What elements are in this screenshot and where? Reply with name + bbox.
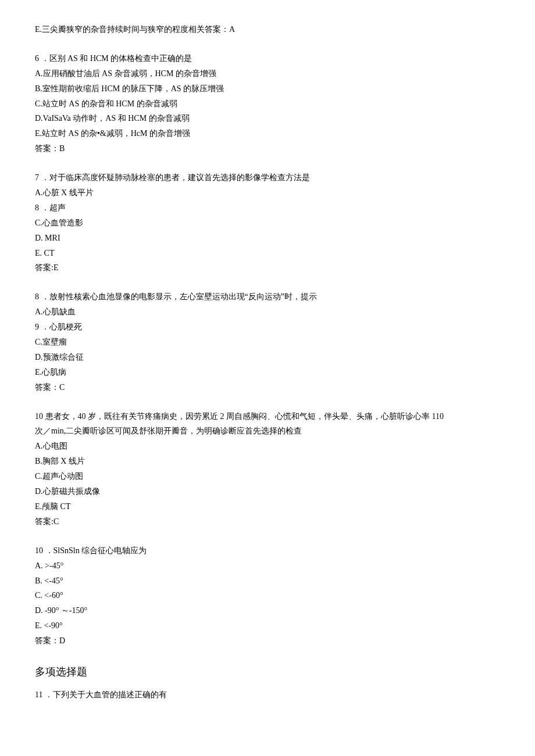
option-e: E.三尖瓣狭窄的杂音持续时间与狭窄的程度相关答案：A	[35, 22, 500, 37]
option-a: A.心脏 X 线平片	[35, 185, 500, 200]
answer: 答案：C	[35, 380, 500, 395]
option-e: E.颅脑 CT	[35, 499, 500, 514]
answer: 答案:E	[35, 260, 500, 275]
question-stem: 7 ．对于临床高度怀疑肺动脉栓塞的患者，建议首先选择的影像学检查方法是	[35, 170, 500, 185]
question-stem-line2: 次／min,二尖瓣听诊区可闻及舒张期开瓣音，为明确诊断应首先选择的检查	[35, 424, 500, 439]
option-b: 9 ．心肌梗死	[35, 320, 500, 335]
question-6: 6 ．区别 AS 和 HCM 的体格检查中正确的是 A.应用硝酸甘油后 AS 杂…	[35, 51, 500, 156]
question-11: 11 ．下列关于大血管的描述正确的有	[35, 687, 500, 703]
question-stem: 8 ．放射性核素心血池显像的电影显示，左心室壁运动出现“反向运动”时，提示	[35, 289, 500, 304]
question-stem: 6 ．区别 AS 和 HCM 的体格检查中正确的是	[35, 51, 500, 66]
option-d: D.预激综合征	[35, 350, 500, 365]
answer: 答案：B	[35, 141, 500, 156]
option-c: C.站立时 AS 的杂音和 HCM 的杂音减弱	[35, 96, 500, 112]
option-e: E.站立时 AS 的杂•&减弱，HcM 的杂音增强	[35, 126, 500, 141]
option-d: D.VaISaVa 动作时，AS 和 HCM 的杂音减弱	[35, 111, 500, 126]
option-d: D. -90° ～-150°	[35, 603, 500, 618]
question-stem: 10 ．SlSnSln 综合征心电轴应为	[35, 543, 500, 558]
question-9: 10 患者女，40 岁，既往有关节疼痛病史，因劳累近 2 周自感胸闷、心慌和气短…	[35, 409, 500, 529]
answer: 答案:C	[35, 514, 500, 529]
option-a: A. >-45°	[35, 558, 500, 574]
option-c: C.室壁瘤	[35, 335, 500, 350]
option-e: E. CT	[35, 246, 500, 261]
question-10: 10 ．SlSnSln 综合征心电轴应为 A. >-45° B. <-45° C…	[35, 543, 500, 648]
option-b: B.胸部 X 线片	[35, 454, 500, 469]
option-a: A.心肌缺血	[35, 304, 500, 320]
option-a: A.应用硝酸甘油后 AS 杂音减弱，HCM 的杂音增强	[35, 66, 500, 81]
section-title-multiple-choice: 多项选择题	[35, 662, 500, 682]
option-c: C.超声心动图	[35, 469, 500, 484]
option-b: B.室性期前收缩后 HCM 的脉压下降，AS 的脉压增强	[35, 81, 500, 96]
question-7: 7 ．对于临床高度怀疑肺动脉栓塞的患者，建议首先选择的影像学检查方法是 A.心脏…	[35, 170, 500, 275]
option-b: 8 ．超声	[35, 200, 500, 216]
question-8: 8 ．放射性核素心血池显像的电影显示，左心室壁运动出现“反向运动”时，提示 A.…	[35, 289, 500, 395]
option-e: E.心肌病	[35, 365, 500, 380]
option-a: A.心电图	[35, 439, 500, 454]
option-e: E. <-90°	[35, 618, 500, 633]
question-stem: 11 ．下列关于大血管的描述正确的有	[35, 687, 500, 703]
answer: 答案：D	[35, 633, 500, 648]
option-c: C.心血管造影	[35, 216, 500, 231]
option-c: C. <-60°	[35, 588, 500, 603]
option-b: B. <-45°	[35, 574, 500, 589]
option-d: D.心脏磁共振成像	[35, 484, 500, 499]
question-5-remainder: E.三尖瓣狭窄的杂音持续时间与狭窄的程度相关答案：A	[35, 22, 500, 37]
option-d: D. MRI	[35, 231, 500, 246]
question-stem-line1: 10 患者女，40 岁，既往有关节疼痛病史，因劳累近 2 周自感胸闷、心慌和气短…	[35, 409, 500, 424]
